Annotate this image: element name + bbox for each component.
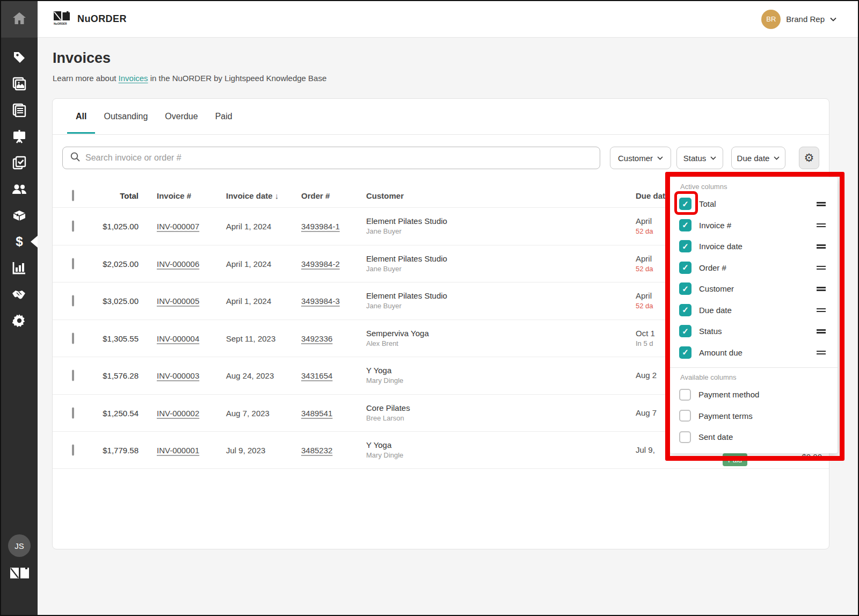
active-item-pointer — [31, 236, 38, 248]
filter-status[interactable]: Status — [676, 147, 723, 169]
row-checkbox[interactable] — [72, 295, 74, 307]
customers-icon — [12, 182, 27, 196]
col-header-invoice-date[interactable]: Invoice date↓ — [226, 191, 279, 200]
invoice-date-cell: Aug 7, 2023 — [226, 408, 270, 417]
sidebar-item-orders[interactable] — [12, 156, 26, 170]
active-column-item-due-date[interactable]: ✓Due date — [670, 300, 838, 321]
invoice-link[interactable]: INV-000004 — [157, 334, 199, 343]
order-link[interactable]: 3492336 — [301, 334, 332, 343]
customer-cell: Element Pilates StudioJane Buyer — [366, 253, 447, 274]
invoice-link[interactable]: INV-000002 — [157, 408, 199, 417]
order-link[interactable]: 3489541 — [301, 408, 332, 417]
brand-logo[interactable]: NuORDER NuORDER — [54, 11, 127, 28]
drag-handle-icon[interactable] — [817, 286, 826, 293]
brand-name: NuORDER — [77, 13, 127, 25]
order-link[interactable]: 3485232 — [301, 445, 332, 454]
active-column-item-status[interactable]: ✓Status — [670, 321, 838, 342]
row-checkbox[interactable] — [72, 407, 74, 418]
order-link[interactable]: 3493984-2 — [301, 259, 340, 268]
user-menu[interactable]: BR Brand Rep — [761, 10, 836, 29]
tab-overdue[interactable]: Overdue — [156, 100, 206, 133]
row-checkbox[interactable] — [72, 370, 74, 381]
sidebar-item-lookbook[interactable] — [12, 77, 26, 91]
active-column-item-invoice-[interactable]: ✓Invoice # — [670, 215, 838, 236]
filter-customer[interactable]: Customer — [610, 147, 671, 169]
drag-handle-icon[interactable] — [817, 349, 826, 356]
total-cell: $1,576.28 — [85, 371, 139, 380]
drag-handle-icon[interactable] — [817, 328, 826, 335]
order-link[interactable]: 3431654 — [301, 371, 332, 380]
sidebar-item-payments[interactable]: $ — [12, 235, 26, 249]
knowledge-base-link[interactable]: Invoices — [119, 74, 148, 83]
tab-all[interactable]: All — [67, 100, 95, 133]
row-checkbox[interactable] — [72, 332, 74, 344]
invoice-link[interactable]: INV-000001 — [157, 445, 199, 454]
col-header-order[interactable]: Order # — [301, 191, 330, 200]
filter-due-date[interactable]: Due date — [731, 147, 785, 169]
drag-handle-icon[interactable] — [817, 243, 826, 250]
select-all-checkbox[interactable] — [72, 190, 74, 201]
checked-checkbox[interactable]: ✓ — [679, 346, 691, 359]
invoice-link[interactable]: INV-000006 — [157, 259, 199, 268]
due-note: 52 da — [636, 264, 653, 274]
invoice-link[interactable]: INV-000003 — [157, 371, 199, 380]
total-cell: $1,779.58 — [85, 445, 139, 454]
sidebar-user-avatar[interactable]: JS — [8, 534, 31, 557]
sidebar-item-linesheet[interactable] — [12, 103, 26, 117]
sidebar-item-products[interactable] — [12, 208, 26, 222]
col-header-customer[interactable]: Customer — [366, 191, 404, 200]
unchecked-checkbox[interactable] — [679, 410, 691, 422]
unchecked-checkbox[interactable] — [679, 389, 691, 401]
col-header-due-date[interactable]: Due date — [636, 191, 666, 200]
checked-checkbox[interactable]: ✓ — [679, 304, 691, 316]
sidebar-item-showroom[interactable] — [12, 129, 26, 143]
customer-name: Element Pilates Studio — [366, 291, 447, 301]
sidebar-item-reports[interactable] — [12, 261, 26, 275]
active-column-item-order-[interactable]: ✓Order # — [670, 257, 838, 279]
available-column-item-payment-method[interactable]: Payment method — [670, 384, 838, 405]
active-column-item-customer[interactable]: ✓Customer — [670, 278, 838, 300]
search-box[interactable] — [62, 147, 600, 169]
buyer-name: Alex Brent — [366, 339, 429, 349]
row-checkbox[interactable] — [72, 221, 74, 232]
column-settings-button[interactable]: ⚙ — [799, 147, 819, 169]
check-icon: ✓ — [682, 242, 689, 251]
row-checkbox[interactable] — [72, 258, 74, 269]
available-columns-title: Available columns — [670, 373, 838, 384]
sidebar-item-home[interactable] — [1, 1, 38, 38]
drag-handle-icon[interactable] — [817, 222, 826, 229]
active-column-item-total[interactable]: ✓Total — [670, 193, 838, 215]
checked-checkbox[interactable]: ✓ — [679, 240, 691, 252]
col-header-total[interactable]: Total — [85, 191, 139, 200]
tab-outsanding[interactable]: Outsanding — [95, 100, 156, 133]
checked-checkbox[interactable]: ✓ — [679, 262, 691, 274]
sidebar-item-connections[interactable] — [12, 287, 26, 301]
sidebar-item-customers[interactable] — [12, 182, 26, 196]
customer-name: Y Yoga — [366, 365, 403, 376]
search-input[interactable] — [85, 153, 592, 163]
checked-checkbox[interactable]: ✓ — [679, 219, 691, 231]
available-column-item-payment-terms[interactable]: Payment terms — [670, 405, 838, 427]
checked-checkbox[interactable]: ✓ — [679, 282, 691, 295]
customer-cell: Core PilatesBree Larson — [366, 403, 410, 423]
drag-handle-icon[interactable] — [817, 264, 826, 271]
order-link[interactable]: 3493984-3 — [301, 296, 340, 306]
checked-checkbox[interactable]: ✓ — [679, 198, 691, 210]
order-link[interactable]: 3493984-1 — [301, 222, 340, 231]
active-column-item-invoice-date[interactable]: ✓Invoice date — [670, 236, 838, 257]
invoice-link[interactable]: INV-000007 — [157, 222, 199, 231]
col-header-invoice[interactable]: Invoice # — [157, 191, 191, 200]
unchecked-checkbox[interactable] — [679, 431, 691, 443]
tab-paid[interactable]: Paid — [207, 100, 241, 133]
drag-handle-icon[interactable] — [817, 307, 826, 314]
sidebar-item-tag[interactable] — [12, 50, 26, 64]
row-checkbox[interactable] — [72, 444, 74, 455]
available-column-item-sent-date[interactable]: Sent date — [670, 426, 838, 448]
column-settings-popup: Active columns ✓Total✓Invoice #✓Invoice … — [670, 177, 838, 453]
active-column-item-amount-due[interactable]: ✓Amount due — [670, 342, 838, 364]
invoice-link[interactable]: INV-000005 — [157, 296, 199, 306]
sidebar-item-settings[interactable] — [12, 314, 26, 328]
drag-handle-icon[interactable] — [817, 201, 826, 208]
checked-checkbox[interactable]: ✓ — [679, 325, 691, 337]
due-date-cell: April52 da — [636, 216, 653, 236]
